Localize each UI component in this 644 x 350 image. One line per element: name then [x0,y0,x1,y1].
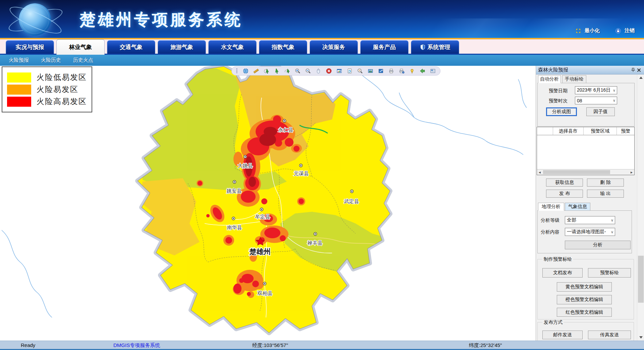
tab-system-management[interactable]: 系统管理 [411,40,459,54]
legend-swatch-low [7,72,31,83]
table-header-warning: 预警 [617,127,634,135]
analysis-level-select[interactable]: 全部 ∨ [565,216,615,224]
image-view-icon[interactable] [367,68,373,74]
vscroll-thumb[interactable] [638,256,644,303]
status-latitude: 纬度:25°32'45" [469,342,502,349]
tab-decision-service[interactable]: 决策服务 [310,40,358,54]
lock-icon[interactable] [615,28,621,34]
legend-label: 火险高易发区 [37,96,87,107]
panel-title: 森林火险预报 [538,67,630,73]
group-title: 发布方式 [542,319,564,326]
overview-map-icon[interactable] [430,68,436,74]
scroll-left-icon[interactable]: ◄ [537,169,542,175]
email-send-button[interactable]: 邮件发送 [542,331,583,339]
analysis-content-select[interactable]: 一请选择地理图层- ∨ [565,228,615,236]
warning-date-select[interactable]: 2023年 6月16日 ∨ [575,86,617,94]
zoom-in-icon[interactable] [294,68,301,74]
subnav-fire-risk-history[interactable]: 火险历史 [41,57,61,63]
label-yuanmou: 元谋县 [294,170,309,176]
warning-result-table[interactable]: 选择县市 预警区域 预警 ◄ ► [537,127,635,175]
tab-service-products[interactable]: 服务产品 [360,40,409,54]
publish-button[interactable]: 发 布 [546,190,583,198]
analyze-chart-button[interactable]: 分析成图 [546,107,577,116]
chevron-down-icon: ∨ [609,230,615,234]
tab-manual-plot[interactable]: 手动标绘 [562,75,586,83]
scroll-up-icon[interactable] [637,74,644,81]
globe-icon[interactable] [243,68,249,74]
fax-send-button[interactable]: 传真发送 [588,331,631,339]
chevron-down-icon: ∨ [611,88,617,93]
pan-hand-icon[interactable] [315,68,321,74]
label-yongren: 永仁县 [278,127,293,133]
status-bar: Ready DMGIS专项服务系统 经度:103°56'57" 纬度:25°32… [0,341,644,350]
scroll-down-icon[interactable] [637,334,644,341]
export-button[interactable]: 输 出 [587,190,624,198]
table-header-county: 选择县市 [553,127,584,135]
select-arrow-icon[interactable] [274,68,280,74]
status-system-link[interactable]: DMGIS专项服务系统 [113,342,160,349]
label-wuding: 武定县 [344,198,359,204]
forest-fire-panel: 森林火险预报 自动分析 手动标绘 预警日期 2023年 6月16日 ∨ 预警时次… [536,66,644,341]
tab-tourism-weather[interactable]: 旅游气象 [158,40,206,54]
hscroll-thumb[interactable] [543,170,610,174]
warning-time-select[interactable]: 08 ∨ [575,97,617,104]
panel-vscrollbar[interactable] [637,74,644,341]
label-mouding: 牟定县 [255,214,270,219]
table-hscrollbar[interactable]: ◄ ► [537,169,634,175]
analyze-button[interactable]: 分析 [565,241,631,249]
measure-icon[interactable] [253,68,259,74]
print-icon[interactable] [388,68,394,74]
chart-window-icon[interactable] [336,68,342,74]
placemark-icon[interactable] [409,68,415,74]
refresh-page-icon[interactable] [346,68,353,74]
orange-warning-doc-button[interactable]: 橙色预警文档编辑 [557,295,612,304]
doc-publish-button[interactable]: 文档发布 [542,268,583,278]
yellow-warning-doc-button[interactable]: 黄色预警文档编辑 [557,282,612,292]
minimize-icon[interactable] [575,28,581,34]
scroll-right-icon[interactable]: ► [629,169,634,175]
delete-button[interactable]: 删 除 [587,179,624,187]
subnav-fire-risk-forecast[interactable]: 火险预报 [9,57,29,63]
publish-method-group: 发布方式 邮件发送 传真发送 [537,322,634,341]
get-info-button[interactable]: 获取信息 [546,179,583,187]
tab-auto-analysis[interactable]: 自动分析 [538,75,561,83]
tab-index-weather[interactable]: 指数气象 [259,40,307,54]
select-by-circle-icon[interactable] [263,68,269,74]
map-toolbar: ? [231,66,440,76]
zoom-out-icon[interactable] [305,68,311,74]
analysis-content-label: 分析内容 [541,229,559,235]
pin-icon[interactable] [630,67,636,73]
clear-stop-icon[interactable] [326,68,332,74]
identify-icon[interactable]: ? [357,68,363,74]
chevron-down-icon: ∨ [611,98,617,103]
chevron-down-icon: ∨ [609,218,615,222]
panel-header: 森林火险预报 [536,66,644,74]
subnav-historical-fire-points[interactable]: 历史火点 [73,57,93,63]
logout-button[interactable]: 注销 [625,28,635,34]
factor-value-button[interactable]: 因子值 [586,107,615,116]
main-nav: 实况与预报 林业气象 交通气象 旅游气象 水文气象 指数气象 决策服务 服务产品… [0,39,644,55]
legend-swatch-mid [7,85,31,95]
tab-geo-analysis[interactable]: 地理分析 [538,203,564,211]
svg-text:?: ? [359,69,360,72]
table-header-region: 预警区域 [584,127,617,135]
tab-traffic-weather[interactable]: 交通气象 [107,40,155,54]
minimize-button[interactable]: 最小化 [585,28,600,34]
select-lasso-icon[interactable] [284,68,290,74]
legend-swatch-high [7,97,31,107]
print-setup-icon[interactable] [398,68,405,74]
tab-realtime-forecast[interactable]: 实况与预报 [6,40,54,54]
label-yaoan: 姚安县 [227,188,242,194]
tab-weather-info[interactable]: 气象信息 [565,203,590,211]
toolbar-grip[interactable] [236,68,237,74]
close-icon[interactable] [636,67,642,73]
back-arrow-icon[interactable] [419,68,425,74]
map-export-icon[interactable] [378,68,384,74]
sub-nav: 火险预报 火险历史 历史火点 [0,55,644,66]
warning-plot-button[interactable]: 预警标绘 [588,268,631,278]
tab-forestry-weather[interactable]: 林业气象 [56,39,105,55]
tab-hydrology-weather[interactable]: 水文气象 [208,40,257,54]
warning-date-label: 预警日期 [549,88,568,94]
legend-label: 火险低易发区 [37,72,87,83]
red-warning-doc-button[interactable]: 红色预警文档编辑 [557,308,612,317]
